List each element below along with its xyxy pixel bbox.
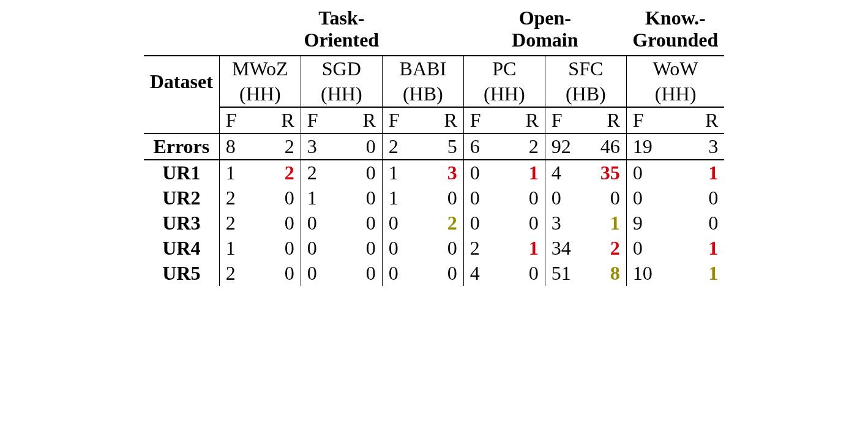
cell: 46: [586, 133, 627, 160]
cell: 0: [342, 211, 383, 236]
cell: 1: [219, 236, 260, 261]
group-task-oriented: Task- Oriented: [219, 5, 463, 56]
group-task-line1: Task-: [225, 7, 457, 29]
blank-cell: [144, 107, 220, 133]
table-row-ur5: UR5 2 0 0 0 0 0 4 0 51 8 10 1: [144, 261, 724, 286]
dataset-label: Dataset: [144, 56, 220, 107]
cell: 0: [301, 261, 342, 286]
cell: 0: [301, 211, 342, 236]
cell: 0: [676, 211, 725, 236]
cell: 1: [504, 160, 545, 185]
col-sfc-f: F: [545, 107, 586, 133]
cell: 6: [463, 133, 504, 160]
cell: 4: [545, 160, 586, 185]
col-babi-name: BABI: [382, 56, 463, 81]
cell: 0: [626, 185, 675, 211]
cell: 0: [463, 185, 504, 211]
cell: 0: [342, 160, 383, 185]
cell: 0: [463, 211, 504, 236]
cell: 0: [382, 261, 423, 286]
col-wow-name: WoW: [626, 56, 724, 81]
cell: 0: [260, 261, 301, 286]
table-row-errors: Errors 8 2 3 0 2 5 6 2 92 46 19 3: [144, 133, 724, 160]
group-open-line1: Open-: [470, 7, 620, 29]
row-label-errors: Errors: [144, 133, 220, 160]
group-open-domain: Open- Domain: [463, 5, 626, 56]
cell: 0: [342, 133, 383, 160]
row-label-ur4: UR4: [144, 236, 220, 261]
cell: 2: [260, 160, 301, 185]
cell: 0: [463, 160, 504, 185]
group-open-line2: Domain: [470, 29, 620, 51]
row-label-ur3: UR3: [144, 211, 220, 236]
cell: 0: [676, 185, 725, 211]
cell: 9: [626, 211, 675, 236]
cell: 4: [463, 261, 504, 286]
cell: 0: [382, 211, 423, 236]
cell: 0: [545, 185, 586, 211]
cell: 0: [626, 236, 675, 261]
cell: 2: [382, 133, 423, 160]
cell: 3: [301, 133, 342, 160]
cell: 2: [586, 236, 627, 261]
cell: 35: [586, 160, 627, 185]
row-label-ur1: UR1: [144, 160, 220, 185]
table-row-ur4: UR4 1 0 0 0 0 0 2 1 34 2 0 1: [144, 236, 724, 261]
cell: 2: [423, 211, 464, 236]
col-mwoz-r: R: [260, 107, 301, 133]
cell: 0: [382, 236, 423, 261]
table-row-ur1: UR1 1 2 2 0 1 3 0 1 4 35 0 1: [144, 160, 724, 185]
cell: 92: [545, 133, 586, 160]
table-fr-row: F R F R F R F R F R F R: [144, 107, 724, 133]
cell: 0: [423, 236, 464, 261]
table-superheader-row: Task- Oriented Open- Domain Know.- Groun…: [144, 5, 724, 56]
cell: 10: [626, 261, 675, 286]
cell: 0: [423, 261, 464, 286]
cell: 0: [301, 236, 342, 261]
cell: 0: [260, 211, 301, 236]
cell: 3: [545, 211, 586, 236]
col-sfc-name: SFC: [545, 56, 626, 81]
cell: 0: [586, 185, 627, 211]
cell: 1: [676, 236, 725, 261]
cell: 0: [342, 185, 383, 211]
col-babi-type: (HB): [382, 81, 463, 107]
cell: 0: [260, 185, 301, 211]
col-sgd-name: SGD: [301, 56, 382, 81]
cell: 0: [342, 236, 383, 261]
table-row-ur3: UR3 2 0 0 0 0 2 0 0 3 1 9 0: [144, 211, 724, 236]
cell: 2: [219, 261, 260, 286]
col-babi-r: R: [423, 107, 464, 133]
cell: 3: [676, 133, 725, 160]
col-sfc-type: (HB): [545, 81, 626, 107]
col-wow-r: R: [676, 107, 725, 133]
col-pc-f: F: [463, 107, 504, 133]
cell: 8: [586, 261, 627, 286]
cell: 1: [301, 185, 342, 211]
col-pc-r: R: [504, 107, 545, 133]
blank-cell: [144, 5, 220, 56]
row-label-ur5: UR5: [144, 261, 220, 286]
cell: 3: [423, 160, 464, 185]
col-mwoz-type: (HH): [219, 81, 301, 107]
cell: 5: [423, 133, 464, 160]
cell: 1: [504, 236, 545, 261]
col-sgd-f: F: [301, 107, 342, 133]
cell: 1: [382, 185, 423, 211]
cell: 0: [504, 211, 545, 236]
col-sgd-type: (HH): [301, 81, 382, 107]
group-task-line2: Oriented: [225, 29, 457, 51]
table-dataset-row-2: (HH) (HH) (HB) (HH) (HB) (HH): [144, 81, 724, 107]
col-mwoz-name: MWoZ: [219, 56, 301, 81]
col-pc-name: PC: [463, 56, 545, 81]
col-wow-type: (HH): [626, 81, 724, 107]
col-mwoz-f: F: [219, 107, 260, 133]
col-wow-f: F: [626, 107, 675, 133]
cell: 1: [219, 160, 260, 185]
col-babi-f: F: [382, 107, 423, 133]
group-know-grounded: Know.- Grounded: [626, 5, 724, 56]
col-sgd-r: R: [342, 107, 383, 133]
cell: 1: [676, 261, 725, 286]
cell: 19: [626, 133, 675, 160]
cell: 0: [504, 185, 545, 211]
